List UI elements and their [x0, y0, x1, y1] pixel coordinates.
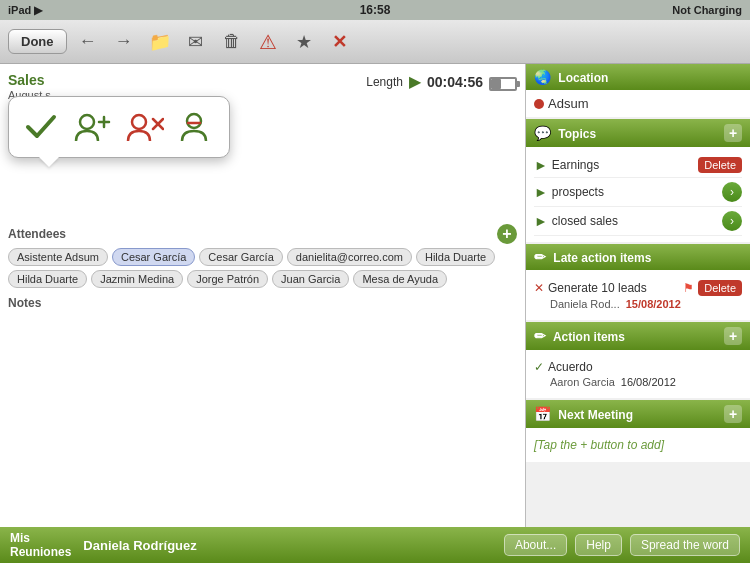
bottom-bar: Mis Reuniones Daniela Rodríguez About...… [0, 527, 750, 563]
topic-row: ► closed sales › [534, 207, 742, 236]
location-value: Adsum [548, 96, 588, 111]
add-action-item-button[interactable]: + [724, 327, 742, 345]
attendees-header: Attendees + [8, 224, 517, 244]
late-action-date: 15/08/2012 [626, 298, 681, 310]
topic-chevron-icon[interactable]: › [722, 182, 742, 202]
action-items-body: ✓ Acuerdo Aaron Garcia 16/08/2012 [526, 350, 750, 398]
svg-point-3 [132, 115, 146, 129]
list-item: Asistente Adsum [8, 248, 108, 266]
delete-late-action-button[interactable]: Delete [698, 280, 742, 296]
back-icon[interactable]: ← [73, 27, 103, 57]
right-panel: 🌏 Location Adsum 💬 Topics + [526, 64, 750, 527]
location-dot-icon [534, 99, 544, 109]
late-action-items-body: ✕ Generate 10 leads ⚑ Delete Daniela Rod… [526, 270, 750, 320]
list-item: Hilda Duarte [416, 248, 495, 266]
flag-icon: ⚑ [683, 281, 694, 295]
topic-name: Earnings [552, 158, 694, 172]
list-item: Juan Garcia [272, 270, 349, 288]
topics-header: 💬 Topics + [526, 119, 750, 147]
add-next-meeting-button[interactable]: + [724, 405, 742, 423]
location-row: Adsum [534, 96, 742, 111]
topic-chevron-icon[interactable]: › [722, 211, 742, 231]
next-meeting-header-icon: 📅 [534, 406, 551, 422]
status-bar-time: 16:58 [360, 3, 391, 17]
attendees-list: Asistente Adsum Cesar García Cesar Garcí… [8, 248, 517, 288]
topic-arrow-icon: ► [534, 213, 548, 229]
status-bar-left: iPad ▶ [8, 4, 42, 17]
star-icon[interactable]: ★ [289, 27, 319, 57]
list-item: Cesar García [112, 248, 195, 266]
action-items-header: ✏ Action items + [526, 322, 750, 350]
action-person: Aaron Garcia [550, 376, 615, 388]
svg-point-6 [187, 114, 201, 128]
status-bar-right: Not Charging [672, 4, 742, 16]
late-action-items-header: ✏ Late action items [526, 244, 750, 270]
location-header: 🌏 Location [526, 64, 750, 90]
left-panel: Sales August s... Organiz... 16/08/20...… [0, 64, 526, 527]
play-button[interactable]: ▶ [409, 72, 421, 91]
list-item: danielita@correo.com [287, 248, 412, 266]
meeting-title: Sales [8, 72, 366, 88]
topic-row: ► Earnings Delete [534, 153, 742, 178]
app-logo: Mis Reuniones [10, 531, 71, 560]
late-action-x-icon: ✕ [534, 281, 544, 295]
spread-word-button[interactable]: Spread the word [630, 534, 740, 556]
close-icon[interactable]: ✕ [325, 27, 355, 57]
logo-line2: Reuniones [10, 545, 71, 559]
folder-icon[interactable]: 📁 [145, 27, 175, 57]
action-items-header-icon: ✏ [534, 328, 546, 344]
action-item-text: Acuerdo [548, 360, 593, 374]
current-user: Daniela Rodríguez [83, 538, 196, 553]
late-action-item-row: ✕ Generate 10 leads ⚑ Delete Daniela Rod… [534, 276, 742, 314]
ipad-label: iPad ▶ [8, 4, 42, 17]
attendee-popup [8, 96, 230, 158]
toolbar: Done ← → 📁 ✉ 🗑 ⚠ ★ ✕ [0, 20, 750, 64]
delete-topic-button[interactable]: Delete [698, 157, 742, 173]
late-action-meta: Daniela Rod... 15/08/2012 [534, 298, 742, 310]
action-date: 16/08/2012 [621, 376, 676, 388]
list-item: Cesar García [199, 248, 282, 266]
list-item: Mesa de Ayuda [353, 270, 447, 288]
mail-icon[interactable]: ✉ [181, 27, 211, 57]
late-action-item-top: ✕ Generate 10 leads ⚑ Delete [534, 280, 742, 296]
remove-single-attendee-icon[interactable] [177, 107, 217, 147]
alert-icon[interactable]: ⚠ [253, 27, 283, 57]
add-attendee-button[interactable]: + [497, 224, 517, 244]
action-items-section: ✏ Action items + ✓ Acuerdo Aaron Garcia … [526, 322, 750, 398]
topic-name: closed sales [552, 214, 718, 228]
add-attendee-group-icon[interactable] [73, 107, 113, 147]
action-meta: Aaron Garcia 16/08/2012 [534, 376, 742, 388]
done-button[interactable]: Done [8, 29, 67, 54]
location-section: 🌏 Location Adsum [526, 64, 750, 117]
main-content: Sales August s... Organiz... 16/08/20...… [0, 64, 750, 527]
remove-attendee-group-icon[interactable] [125, 107, 165, 147]
length-time: 00:04:56 [427, 74, 483, 90]
forward-icon[interactable]: → [109, 27, 139, 57]
length-label: Length [366, 75, 403, 89]
next-meeting-body: [Tap the + button to add] [526, 428, 750, 462]
about-button[interactable]: About... [504, 534, 567, 556]
add-topic-button[interactable]: + [724, 124, 742, 142]
status-bar: iPad ▶ 16:58 Not Charging [0, 0, 750, 20]
location-header-icon: 🌏 [534, 69, 551, 85]
next-meeting-section: 📅 Next Meeting + [Tap the + button to ad… [526, 400, 750, 462]
list-item: Jazmin Medina [91, 270, 183, 288]
topic-row: ► prospects › [534, 178, 742, 207]
tap-add-text: [Tap the + button to add] [534, 434, 742, 456]
logo-line1: Mis [10, 531, 71, 545]
action-item-top: ✓ Acuerdo [534, 360, 742, 374]
help-button[interactable]: Help [575, 534, 622, 556]
list-item: Hilda Duarte [8, 270, 87, 288]
notes-header: Notes [8, 296, 517, 310]
trash-icon[interactable]: 🗑 [217, 27, 247, 57]
topic-name: prospects [552, 185, 718, 199]
topics-section: 💬 Topics + ► Earnings Delete ► prospects… [526, 119, 750, 242]
late-action-header-icon: ✏ [534, 249, 546, 265]
list-item: Jorge Patrón [187, 270, 268, 288]
next-meeting-header: 📅 Next Meeting + [526, 400, 750, 428]
location-body: Adsum [526, 90, 750, 117]
edit-attendee-icon[interactable] [21, 107, 61, 147]
late-action-items-section: ✏ Late action items ✕ Generate 10 leads … [526, 244, 750, 320]
topics-body: ► Earnings Delete ► prospects › ► closed… [526, 147, 750, 242]
late-action-person: Daniela Rod... [550, 298, 620, 310]
